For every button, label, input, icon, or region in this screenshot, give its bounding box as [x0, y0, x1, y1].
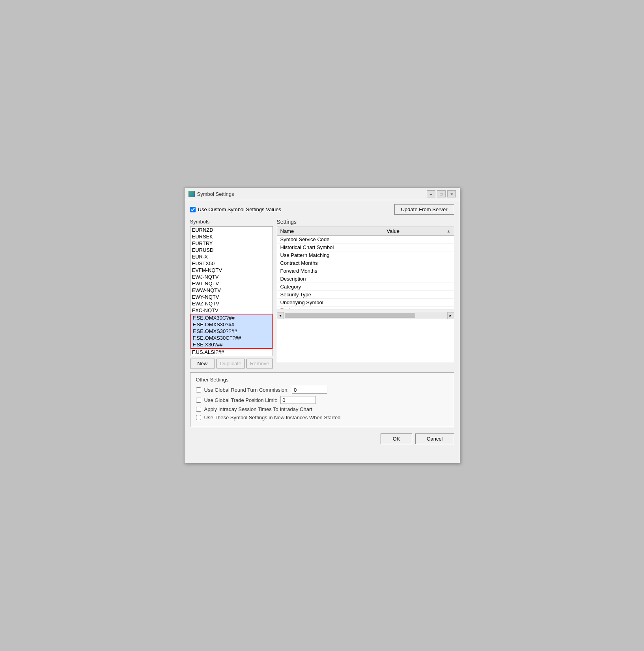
checkbox-intraday_session[interactable] [196, 407, 201, 412]
table-row[interactable]: Security Type [277, 291, 454, 299]
symbols-panel: Symbols EURNZDEURSEKEURTRYEURUSDEUR-XEUS… [190, 219, 273, 368]
label-global_commission: Use Global Round Turn Commission: [204, 387, 289, 393]
footer-buttons: OK Cancel [190, 431, 454, 446]
list-item[interactable]: EWW-NQTV [190, 287, 273, 294]
symbol-buttons: New Duplicate Remove [190, 359, 273, 368]
custom-settings-checkbox-label[interactable]: Use Custom Symbol Settings Values [190, 206, 281, 212]
table-row[interactable]: Historical Chart Symbol [277, 244, 454, 251]
col-name-header[interactable]: Name [277, 227, 384, 236]
update-from-server-button[interactable]: Update From Server [394, 204, 454, 215]
duplicate-button[interactable]: Duplicate [217, 359, 245, 368]
scroll-right-arrow[interactable]: ► [447, 312, 454, 319]
list-item[interactable]: F.SE.X30?## [191, 341, 272, 348]
checkbox-new_instances[interactable] [196, 415, 201, 420]
input-global_position[interactable] [280, 396, 316, 404]
list-item[interactable]: EUR-X [190, 253, 273, 260]
list-item[interactable]: EWJ-NQTV [190, 273, 273, 280]
close-button[interactable]: ✕ [447, 190, 456, 197]
setting-name-cell: Security Type [277, 291, 384, 299]
title-bar: Symbol Settings – □ ✕ [185, 188, 460, 200]
list-item[interactable]: EUSTX50 [190, 260, 273, 267]
table-row[interactable]: Forward Months [277, 267, 454, 275]
list-item[interactable]: F.SE.OMXS30?## [191, 321, 272, 328]
ok-button[interactable]: OK [381, 433, 412, 444]
horizontal-scrollbar[interactable]: ◄ ► [277, 312, 454, 319]
sort-arrow: ▲ [447, 229, 451, 233]
setting-value-cell [384, 244, 454, 251]
checkbox-global_commission[interactable] [196, 387, 201, 392]
other-setting-row: Use Global Round Turn Commission: [196, 386, 448, 394]
table-row[interactable]: Category [277, 283, 454, 291]
list-item[interactable]: F.SE.OMXS30??## [191, 328, 272, 335]
setting-value-cell [384, 299, 454, 307]
table-row[interactable]: Description [277, 275, 454, 283]
settings-panel: Settings Name Value ▲ [277, 219, 454, 368]
other-settings-rows: Use Global Round Turn Commission:Use Glo… [196, 386, 448, 420]
new-button[interactable]: New [190, 359, 215, 368]
setting-value-cell [384, 283, 454, 291]
list-item[interactable]: EWT-NQTV [190, 280, 273, 287]
scroll-track[interactable] [284, 312, 447, 319]
setting-name-cell: Exchange [277, 307, 384, 310]
list-item[interactable]: EURTRY [190, 240, 273, 247]
other-setting-row: Use Global Trade Position Limit: [196, 396, 448, 404]
setting-name-cell: Category [277, 283, 384, 291]
window-title: Symbol Settings [197, 191, 234, 197]
input-global_commission[interactable] [292, 386, 327, 394]
setting-value-cell [384, 259, 454, 267]
setting-name-cell: Forward Months [277, 267, 384, 275]
list-item[interactable]: EXC-NQTV [190, 307, 273, 314]
label-intraday_session: Apply Intraday Session Times To Intraday… [204, 406, 312, 412]
setting-name-cell: Symbol Service Code [277, 236, 384, 244]
settings-panel-label: Settings [277, 219, 454, 225]
table-row[interactable]: Underlying Symbol [277, 299, 454, 307]
maximize-button[interactable]: □ [437, 190, 446, 197]
table-row[interactable]: Use Pattern Matching [277, 251, 454, 259]
other-setting-row: Use These Symbol Settings in New Instanc… [196, 415, 448, 420]
scroll-left-arrow[interactable]: ◄ [277, 312, 284, 319]
remove-button[interactable]: Remove [246, 359, 273, 368]
setting-name-cell: Underlying Symbol [277, 299, 384, 307]
table-row[interactable]: Contract Months [277, 259, 454, 267]
col-value-header[interactable]: Value ▲ [384, 227, 454, 236]
main-area: Symbols EURNZDEURSEKEURTRYEURUSDEUR-XEUS… [190, 219, 454, 368]
settings-detail-area [277, 319, 454, 362]
settings-table-container[interactable]: Name Value ▲ Symbo [277, 227, 454, 309]
checkbox-global_position[interactable] [196, 398, 201, 403]
list-item[interactable]: F.SE.OMX30C?## [191, 314, 272, 321]
list-item[interactable]: EWY-NQTV [190, 294, 273, 300]
symbols-list[interactable]: EURNZDEURSEKEURTRYEURUSDEUR-XEUSTX50EVFM… [190, 226, 273, 356]
list-item[interactable]: F.US.AP?## [190, 355, 273, 356]
label-global_position: Use Global Trade Position Limit: [204, 397, 278, 403]
dialog-content: Use Custom Symbol Settings Values Update… [185, 200, 460, 450]
list-item[interactable]: F.US.ALSI?## [190, 349, 273, 355]
setting-value-cell [384, 291, 454, 299]
custom-settings-checkbox[interactable] [190, 207, 196, 212]
setting-value-cell [384, 251, 454, 259]
selected-group-border: F.SE.OMX30C?##F.SE.OMXS30?##F.SE.OMXS30?… [190, 314, 273, 349]
label-new_instances: Use These Symbol Settings in New Instanc… [204, 415, 341, 420]
symbol-settings-dialog: Symbol Settings – □ ✕ Use Custom Symbol … [184, 188, 460, 463]
title-bar-left: Symbol Settings [189, 191, 234, 197]
settings-table: Name Value ▲ Symbo [277, 227, 454, 309]
list-item[interactable]: EURUSD [190, 247, 273, 253]
window-icon [189, 191, 195, 197]
list-item[interactable]: EVFM-NQTV [190, 267, 273, 273]
setting-name-cell: Description [277, 275, 384, 283]
list-item[interactable]: EWZ-NQTV [190, 300, 273, 307]
table-row[interactable]: Exchange [277, 307, 454, 310]
list-item[interactable]: EURNZD [190, 227, 273, 233]
scroll-thumb [285, 313, 415, 318]
other-settings-panel: Other Settings Use Global Round Turn Com… [190, 372, 454, 427]
setting-name-cell: Use Pattern Matching [277, 251, 384, 259]
other-setting-row: Apply Intraday Session Times To Intraday… [196, 406, 448, 412]
cancel-button[interactable]: Cancel [415, 433, 454, 444]
symbols-panel-label: Symbols [190, 219, 273, 225]
minimize-button[interactable]: – [427, 190, 435, 197]
setting-value-cell [384, 275, 454, 283]
list-item[interactable]: F.SE.OMXS30CF?## [191, 335, 272, 341]
table-row[interactable]: Symbol Service Code [277, 236, 454, 244]
setting-value-cell [384, 307, 454, 310]
top-row: Use Custom Symbol Settings Values Update… [190, 204, 454, 215]
list-item[interactable]: EURSEK [190, 233, 273, 240]
